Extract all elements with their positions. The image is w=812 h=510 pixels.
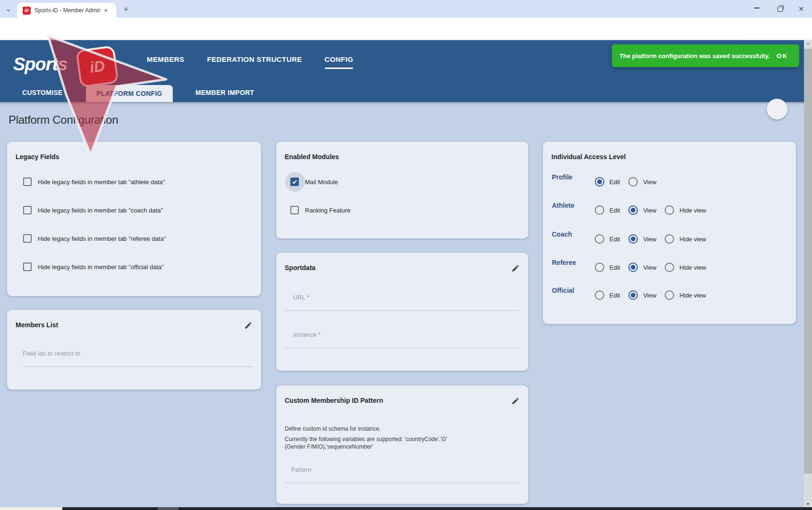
input-placeholder: Pattern	[291, 467, 519, 473]
input-placeholder: URL *	[293, 294, 519, 301]
radio-option-label: Hide view	[679, 264, 706, 271]
card-title: Members List	[16, 321, 58, 329]
radio-option-label: Edit	[609, 207, 620, 214]
radio-selected-icon[interactable]	[628, 263, 638, 272]
card-title: Enabled Modules	[285, 153, 339, 161]
radio-option-official-edit[interactable]: Edit	[595, 290, 620, 300]
checkbox-row-hide-legacy-fields-in-member-tab-referee-data[interactable]: Hide legacy fields in member tab "refere…	[23, 233, 166, 244]
radio-unselected-icon[interactable]	[628, 177, 638, 187]
tab-member-import[interactable]: MEMBER IMPORT	[195, 89, 254, 96]
checkbox-label: Hide legacy fields in member tab "coach …	[38, 207, 163, 214]
radio-option-profile-edit[interactable]: Edit	[595, 177, 620, 187]
radio-unselected-icon[interactable]	[595, 234, 604, 244]
radio-option-coach-edit[interactable]: Edit	[595, 234, 620, 244]
card-title: Sportdata	[285, 264, 315, 272]
radio-option-athlete-hide-view[interactable]: Hide view	[665, 205, 706, 215]
radio-selected-icon[interactable]	[628, 205, 638, 215]
taskbar-segment	[0, 507, 62, 510]
nav-item-config[interactable]: CONFIG	[325, 55, 354, 69]
radio-option-official-hide-view[interactable]: Hide view	[665, 290, 706, 300]
radio-option-referee-hide-view[interactable]: Hide view	[665, 263, 706, 272]
checkbox-label: Ranking Feature	[305, 207, 350, 214]
edit-pencil-icon[interactable]	[244, 321, 254, 331]
taskbar-segment	[158, 507, 178, 510]
radio-option-label: View	[643, 178, 656, 186]
nav-item-federation-structure[interactable]: FEDERATION STRUCTURE	[207, 55, 302, 69]
radio-selected-icon[interactable]	[628, 290, 638, 300]
input-placeholder: Field ids to restrict to	[23, 350, 254, 357]
checkbox-row-hide-legacy-fields-in-member-tab-athlete-data[interactable]: Hide legacy fields in member tab "athlet…	[23, 176, 165, 187]
tab-close-icon[interactable]: ✕	[102, 6, 110, 15]
checkbox-unchecked-icon[interactable]	[23, 206, 32, 214]
radio-option-label: Hide view	[679, 292, 706, 299]
edit-pencil-icon[interactable]	[511, 397, 521, 406]
scroll-down-icon[interactable]: ▼	[804, 502, 812, 506]
radio-option-referee-view[interactable]: View	[628, 263, 656, 272]
checkbox-unchecked-icon[interactable]	[23, 178, 32, 186]
taskbar-sliver	[0, 507, 812, 510]
access-row-label-referee: Referee	[552, 259, 576, 266]
checkbox-label: Hide legacy fields in member tab "athlet…	[38, 178, 165, 186]
radio-unselected-icon[interactable]	[665, 205, 674, 215]
card-title: Individual Access Level	[551, 153, 626, 161]
access-row-options: EditViewHide view	[595, 234, 706, 244]
page-title: Platform Configuration	[8, 113, 118, 127]
checkbox-row-ranking-feature[interactable]: Ranking Feature	[290, 204, 350, 216]
access-row-options: EditViewHide view	[595, 263, 706, 272]
radio-unselected-icon[interactable]	[665, 234, 674, 244]
url-input[interactable]: URL *	[285, 294, 519, 311]
radio-option-coach-view[interactable]: View	[628, 234, 656, 244]
radio-option-athlete-view[interactable]: View	[628, 205, 656, 215]
scrollbar[interactable]: ▲ ▼	[804, 40, 812, 507]
instance-input[interactable]: Instance *	[285, 332, 519, 348]
nav-active-underline	[325, 68, 354, 69]
radio-selected-icon[interactable]	[595, 177, 604, 187]
radio-option-coach-hide-view[interactable]: Hide view	[665, 234, 706, 244]
radio-option-official-view[interactable]: View	[628, 290, 656, 300]
radio-option-profile-view[interactable]: View	[628, 177, 656, 187]
window-restore-button[interactable]	[772, 5, 787, 13]
radio-unselected-icon[interactable]	[595, 290, 604, 300]
window-minimize-button[interactable]	[750, 8, 764, 16]
tab-customise[interactable]: CUSTOMISE	[22, 89, 63, 96]
radio-unselected-icon[interactable]	[595, 263, 604, 272]
tab-platform-config[interactable]: PLATFORM CONFIG	[86, 85, 173, 102]
field-ids-input[interactable]: Field ids to restrict to	[23, 350, 254, 367]
nav-item-label: MEMBERS	[147, 55, 184, 63]
new-tab-button[interactable]: +	[120, 4, 132, 15]
browser-tab[interactable]: iD Sports-iD - Member Administra ✕	[17, 3, 116, 18]
radio-option-label: View	[643, 207, 656, 214]
radio-unselected-icon[interactable]	[665, 263, 674, 272]
nav-item-members[interactable]: MEMBERS	[147, 55, 184, 69]
custom-membership-id-card: Custom Membership ID Pattern Define cust…	[276, 385, 528, 504]
toast-message: The platform configuration was saved suc…	[619, 52, 777, 60]
scrollbar-thumb[interactable]	[804, 49, 812, 474]
window-close-button[interactable]: ✕	[794, 4, 808, 12]
scroll-up-icon[interactable]: ▲	[804, 41, 812, 45]
checkbox-row-hide-legacy-fields-in-member-tab-coach-data[interactable]: Hide legacy fields in member tab "coach …	[23, 204, 163, 216]
access-row-label-athlete: Athlete	[552, 202, 574, 209]
checkbox-unchecked-icon[interactable]	[290, 206, 299, 214]
pattern-input[interactable]: Pattern	[284, 467, 519, 483]
radio-option-label: Edit	[609, 292, 620, 299]
members-list-card: Members List Field ids to restrict to	[7, 310, 261, 390]
tab-search-chevron-icon[interactable]: ⌄	[3, 3, 14, 15]
browser-toolbar: ← → ↻ sportsid-kid.demo.risedev.at/admin…	[0, 18, 812, 40]
enabled-modules-card: Enabled Modules Mail ModuleRanking Featu…	[276, 142, 528, 238]
radio-option-athlete-edit[interactable]: Edit	[595, 205, 620, 215]
radio-option-referee-edit[interactable]: Edit	[595, 263, 620, 272]
description-text: Currently the following variables are su…	[285, 435, 459, 450]
radio-unselected-icon[interactable]	[595, 205, 604, 215]
checkbox-row-mail-module[interactable]: Mail Module	[290, 176, 338, 187]
checkbox-checked-icon[interactable]	[290, 178, 299, 186]
radio-option-label: View	[643, 236, 656, 243]
edit-pencil-icon[interactable]	[511, 264, 521, 273]
radio-unselected-icon[interactable]	[665, 290, 674, 300]
checkbox-unchecked-icon[interactable]	[23, 234, 32, 243]
toast-ok-button[interactable]: OK	[777, 52, 788, 60]
checkbox-unchecked-icon[interactable]	[23, 263, 32, 271]
checkbox-row-hide-legacy-fields-in-member-tab-official-data[interactable]: Hide legacy fields in member tab "offici…	[23, 261, 164, 272]
access-row-options: EditView	[595, 177, 656, 187]
user-avatar[interactable]	[767, 99, 787, 119]
radio-selected-icon[interactable]	[628, 234, 638, 244]
